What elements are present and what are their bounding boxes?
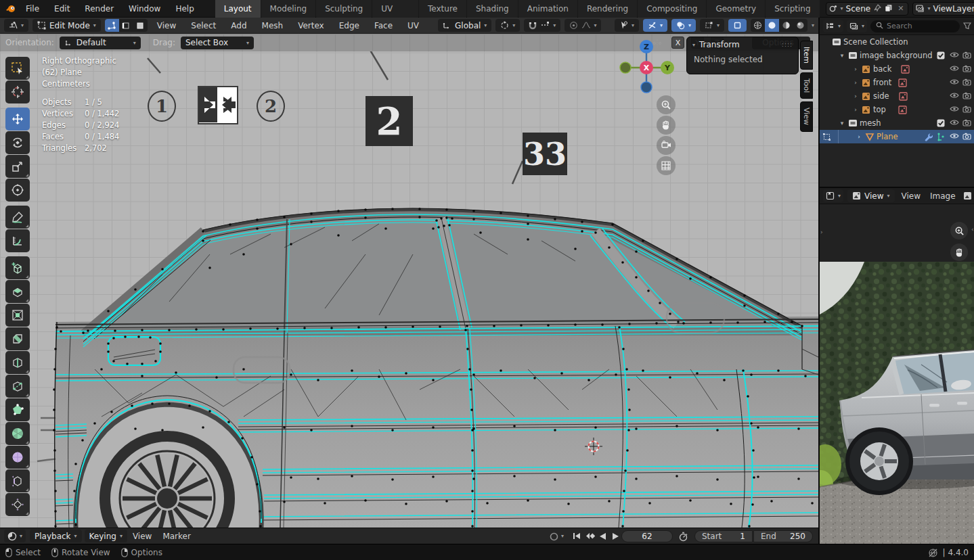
- auto-key-dropdown[interactable]: ▾: [561, 533, 564, 539]
- outliner-display-mode[interactable]: ▾: [847, 20, 867, 32]
- end-frame-field[interactable]: End250: [753, 530, 813, 542]
- camera-icon[interactable]: [962, 119, 971, 128]
- eye-icon[interactable]: [950, 92, 958, 101]
- camera-icon[interactable]: [962, 78, 971, 87]
- outliner-row-top[interactable]: › top: [820, 103, 974, 116]
- menu-file[interactable]: File: [18, 0, 47, 18]
- new-image-icon[interactable]: [963, 191, 972, 200]
- tab-shading[interactable]: Shading: [467, 0, 518, 18]
- outliner-row-front[interactable]: › front: [820, 76, 974, 89]
- menu-window[interactable]: Window: [121, 0, 168, 18]
- tab-tool[interactable]: Tool: [800, 72, 813, 99]
- filter-icon[interactable]: [963, 22, 972, 30]
- proportional-edit-button[interactable]: ▾: [565, 19, 601, 32]
- edge-slide-tool[interactable]: [5, 469, 30, 492]
- measure-tool[interactable]: [5, 229, 30, 252]
- spin-tool[interactable]: [5, 422, 30, 445]
- menu-add[interactable]: Add: [225, 21, 252, 30]
- menu-image[interactable]: Image: [927, 191, 958, 201]
- edit-overlay-dropdown[interactable]: ▾: [700, 19, 724, 32]
- tab-texture-paint[interactable]: Texture Paint: [419, 0, 466, 18]
- tab-item[interactable]: Item: [800, 41, 813, 70]
- tab-rendering[interactable]: Rendering: [578, 0, 637, 18]
- snap-button[interactable]: ▾: [524, 19, 560, 32]
- camera-icon[interactable]: [962, 106, 971, 114]
- outliner-row-scene-collection[interactable]: Scene Collection: [820, 35, 974, 49]
- rotate-tool[interactable]: [5, 131, 30, 154]
- transform-tool[interactable]: [5, 179, 30, 202]
- chevron-right-icon[interactable]: ›: [852, 66, 859, 72]
- search-input[interactable]: [887, 22, 954, 30]
- pin-icon[interactable]: [873, 4, 882, 13]
- chevron-down-icon[interactable]: ▾: [839, 52, 845, 59]
- outliner-row-image-background[interactable]: ▾ image background: [820, 49, 974, 62]
- edge-select-button[interactable]: [119, 19, 133, 32]
- current-frame-field[interactable]: 62: [621, 530, 673, 542]
- poly-build-tool[interactable]: [5, 398, 30, 421]
- timeline-marker-menu[interactable]: Marker: [157, 532, 196, 541]
- bevel-tool[interactable]: [5, 327, 30, 350]
- close-icon[interactable]: ✕: [896, 4, 905, 13]
- timeline-view-menu[interactable]: View: [127, 532, 157, 541]
- perspective-toggle-button[interactable]: [657, 156, 676, 175]
- move-tool[interactable]: [5, 108, 30, 131]
- wireframe-shading-button[interactable]: [751, 19, 765, 32]
- menu-edit[interactable]: Edit: [47, 0, 77, 18]
- menu-vertex[interactable]: Vertex: [292, 21, 330, 30]
- camera-icon[interactable]: [962, 133, 971, 141]
- visibility-dropdown[interactable]: ▾: [615, 19, 639, 32]
- outliner-search[interactable]: [870, 20, 960, 32]
- checkbox-checked-icon[interactable]: [937, 51, 946, 60]
- add-cube-tool[interactable]: [5, 256, 30, 279]
- camera-icon[interactable]: [962, 51, 971, 60]
- loop-cut-tool[interactable]: [5, 351, 30, 374]
- image-datablock-selector[interactable]: View ▾: [847, 189, 895, 202]
- menu-uv[interactable]: UV: [402, 21, 424, 30]
- play-button[interactable]: [609, 531, 622, 542]
- mode-selector[interactable]: Edit Mode ▾: [32, 19, 101, 32]
- tab-view[interactable]: View: [800, 101, 813, 131]
- tab-sculpting[interactable]: Sculpting: [316, 0, 372, 18]
- eye-icon[interactable]: [950, 133, 958, 141]
- menu-face[interactable]: Face: [369, 21, 398, 30]
- prev-keyframe-button[interactable]: [583, 531, 596, 542]
- eye-icon[interactable]: [950, 51, 958, 60]
- navigation-gizmo[interactable]: Z Y X: [616, 37, 677, 98]
- menu-view[interactable]: View: [152, 21, 181, 30]
- viewport-canvas[interactable]: Orientation: Default ▾ Drag: Select Box …: [0, 34, 818, 528]
- select-box-tool[interactable]: [5, 57, 30, 80]
- checkbox-checked-icon[interactable]: [937, 119, 946, 128]
- tab-animation[interactable]: Animation: [518, 0, 577, 18]
- pivot-point-button[interactable]: ▾: [495, 19, 520, 32]
- tab-scripting[interactable]: Scripting: [766, 0, 819, 18]
- camera-view-button[interactable]: [657, 136, 676, 155]
- eye-icon[interactable]: [950, 78, 958, 87]
- camera-icon[interactable]: [962, 92, 971, 101]
- rendered-shading-button[interactable]: [793, 19, 807, 32]
- tab-compositing[interactable]: Compositing: [638, 0, 706, 18]
- outliner-row-plane[interactable]: › Plane: [820, 130, 974, 143]
- gizmos-toggle[interactable]: ▾: [643, 19, 667, 32]
- zoom-button[interactable]: [657, 95, 676, 114]
- menu-select[interactable]: Select: [185, 21, 221, 30]
- chevron-down-icon[interactable]: ▾: [839, 120, 845, 126]
- extrude-tool[interactable]: [5, 280, 30, 303]
- start-frame-field[interactable]: Start1: [694, 530, 753, 542]
- tab-modeling[interactable]: Modeling: [261, 0, 316, 18]
- overlays-toggle[interactable]: ▾: [671, 19, 696, 32]
- tab-geometry-nodes[interactable]: Geometry Nodes: [707, 0, 765, 18]
- chevron-right-icon[interactable]: ›: [856, 133, 862, 140]
- knife-tool[interactable]: [5, 375, 30, 398]
- outliner-editor-button[interactable]: ▾: [823, 20, 843, 32]
- editor-type-button[interactable]: ▾: [4, 19, 28, 32]
- menu-help[interactable]: Help: [168, 0, 201, 18]
- outliner-row-side[interactable]: › side: [820, 89, 974, 103]
- collapse-icon[interactable]: ▾: [692, 42, 695, 48]
- viewlayer-selector[interactable]: ▾ ViewLayer ✕: [912, 2, 974, 16]
- camera-icon[interactable]: [962, 65, 971, 74]
- play-reverse-button[interactable]: [596, 531, 609, 542]
- eye-icon[interactable]: [950, 65, 958, 74]
- blender-logo-icon[interactable]: [5, 4, 14, 13]
- image-zoom-button[interactable]: [950, 222, 968, 239]
- region-expand-icon[interactable]: ›: [820, 229, 823, 235]
